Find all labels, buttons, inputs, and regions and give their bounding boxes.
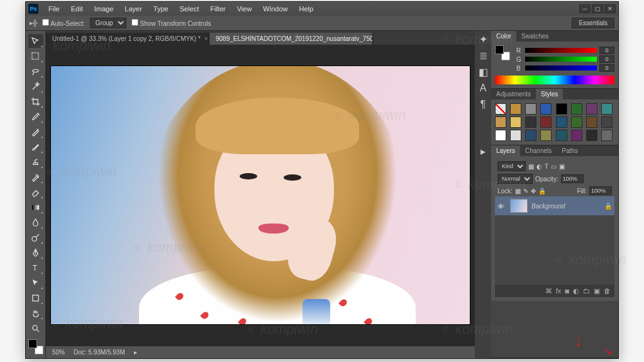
style-swatch[interactable] [540,130,552,141]
character-panel-icon[interactable]: A [477,82,489,94]
group-icon[interactable]: 🗀 [583,287,590,295]
brush-tool[interactable] [28,140,43,154]
g-slider[interactable] [525,57,597,62]
style-swatch[interactable] [586,130,597,141]
layer-thumbnail[interactable] [510,199,528,213]
history-brush-tool[interactable] [28,170,43,184]
show-transform-checkbox[interactable]: Show Transform Controls [131,19,211,27]
swatches-tab[interactable]: Swatches [516,31,553,42]
dodge-tool[interactable] [28,230,43,244]
visibility-toggle-icon[interactable]: 👁 [497,203,506,209]
filter-type-icon[interactable]: T [545,163,548,170]
adjustment-layer-icon[interactable]: ◐ [573,287,579,295]
marquee-tool[interactable] [28,49,43,63]
blur-tool[interactable] [28,215,43,229]
filter-smart-icon[interactable]: ▣ [559,163,565,170]
lock-all-icon[interactable]: 🔒 [538,188,546,195]
lock-transparent-icon[interactable]: ▦ [515,188,521,195]
styles-tab[interactable]: Styles [536,89,563,99]
layer-name[interactable]: Background [531,203,601,210]
status-arrow-icon[interactable]: ▸ [134,349,137,356]
filter-adjust-icon[interactable]: ◐ [536,163,542,170]
new-layer-icon[interactable]: ▣ [594,287,600,295]
auto-select-dropdown[interactable]: Group [90,18,126,28]
type-tool[interactable]: T [28,261,43,274]
style-swatch[interactable] [525,116,536,128]
menu-filter[interactable]: Filter [205,4,230,14]
hand-tool[interactable] [28,306,43,320]
style-swatch[interactable] [556,103,567,115]
style-swatch[interactable] [495,103,506,115]
g-value[interactable]: 0 [599,55,614,63]
style-swatch[interactable] [571,103,582,115]
layer-mask-icon[interactable]: ◙ [565,287,569,295]
opacity-input[interactable] [561,174,584,183]
close-tab-icon[interactable]: × [204,35,208,42]
style-swatch[interactable] [556,130,567,141]
menu-window[interactable]: Window [258,4,292,14]
expand-panels-icon[interactable]: ▸ [477,145,489,157]
menu-help[interactable]: Help [294,4,318,14]
blend-mode-dropdown[interactable]: Normal [497,174,533,184]
style-swatch[interactable] [495,130,506,141]
zoom-tool[interactable] [28,321,43,335]
style-swatch[interactable] [556,116,567,128]
filter-pixel-icon[interactable]: ▦ [528,163,534,170]
path-selection-tool[interactable] [28,276,43,290]
adjustments-tab[interactable]: Adjustments [491,89,536,99]
layer-filter-kind[interactable]: Kind [497,161,526,171]
menu-select[interactable]: Select [175,4,204,14]
maximize-button[interactable]: ▢ [592,4,603,13]
menu-file[interactable]: File [43,4,65,14]
move-tool[interactable] [28,34,43,48]
crop-tool[interactable] [28,94,43,108]
minimize-button[interactable]: ─ [579,4,591,13]
history-panel-icon[interactable]: ✦ [477,33,489,45]
shape-tool[interactable] [28,291,43,305]
document-tab-1[interactable]: 9089_ELSHINTADOTCOM_20191220_nusantaratv… [209,33,373,45]
color-tab[interactable]: Color [491,31,516,42]
style-swatch[interactable] [601,103,613,115]
auto-select-checkbox[interactable]: Auto-Select: [42,19,85,27]
style-swatch[interactable] [525,103,536,115]
style-swatch[interactable] [525,130,536,141]
style-swatch[interactable] [540,103,552,115]
lasso-tool[interactable] [28,64,43,78]
eyedropper-tool[interactable] [28,110,43,123]
style-swatch[interactable] [571,130,582,141]
filter-shape-icon[interactable]: ▭ [551,163,557,170]
r-value[interactable]: 0 [599,47,614,54]
menu-layer[interactable]: Layer [119,4,147,14]
menu-image[interactable]: Image [89,4,119,14]
r-slider[interactable] [525,48,597,53]
style-swatch[interactable] [510,130,521,141]
style-swatch[interactable] [601,130,613,141]
channels-tab[interactable]: Channels [520,145,557,156]
document-tab-0[interactable]: Untitled-1 @ 33.3% (Layer 1 copy 2, RGB/… [46,33,209,45]
layers-tab[interactable]: Layers [491,145,520,156]
style-swatch[interactable] [495,116,506,128]
b-slider[interactable] [525,65,597,71]
menu-view[interactable]: View [232,4,257,14]
menu-type[interactable]: Type [148,4,174,14]
link-layers-icon[interactable]: ⌘ [545,287,552,295]
fill-input[interactable] [589,186,612,195]
color-fgbg[interactable] [495,45,510,60]
style-swatch[interactable] [540,116,552,128]
gradient-tool[interactable] [28,200,43,214]
style-swatch[interactable] [586,116,597,128]
style-swatch[interactable] [586,103,597,115]
clone-stamp-tool[interactable] [28,155,43,169]
foreground-background-colors[interactable] [28,339,43,354]
healing-brush-tool[interactable] [28,125,43,139]
lock-pixels-icon[interactable]: ✎ [523,188,528,195]
pen-tool[interactable] [28,246,43,259]
lock-position-icon[interactable]: ✥ [531,188,536,195]
color-spectrum[interactable] [495,76,614,84]
paths-tab[interactable]: Paths [557,145,583,156]
menu-edit[interactable]: Edit [66,4,88,14]
properties-panel-icon[interactable]: ◧ [477,66,489,77]
canvas[interactable] [51,66,470,324]
layer-item-background[interactable]: 👁 Background 🔒 [495,196,614,215]
actions-panel-icon[interactable]: ≣ [477,50,489,61]
